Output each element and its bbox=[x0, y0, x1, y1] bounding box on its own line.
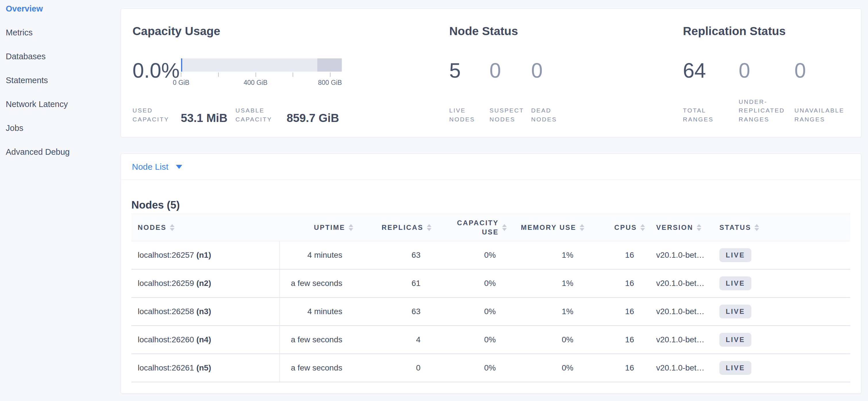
dead-nodes-label: DEAD NODES bbox=[531, 106, 566, 124]
node-list-dropdown-label: Node List bbox=[132, 162, 168, 172]
node-id: (n3) bbox=[196, 307, 211, 316]
node-address: localhost:26260 bbox=[138, 335, 194, 344]
node-address-cell: localhost:26257 (n1) bbox=[131, 241, 280, 269]
sidebar-item-metrics[interactable]: Metrics bbox=[6, 28, 121, 52]
version-cell: v20.1.0-bet… bbox=[640, 326, 714, 353]
column-header-replicas[interactable]: REPLICAS bbox=[348, 224, 426, 232]
sidebar-item-overview[interactable]: Overview bbox=[6, 4, 121, 28]
node-status-values: 5 0 0 bbox=[449, 60, 542, 81]
live-nodes-value: 5 bbox=[449, 60, 490, 81]
replicas-cell: 63 bbox=[348, 241, 426, 269]
node-status-labels: LIVE NODES SUSPECT NODES DEAD NODES bbox=[449, 106, 566, 124]
sidebar-item-advanced-debug[interactable]: Advanced Debug bbox=[6, 147, 121, 171]
replication-values: 64 0 0 bbox=[683, 60, 806, 81]
sidebar: Overview Metrics Databases Statements Ne… bbox=[0, 0, 121, 401]
uptime-cell: a few seconds bbox=[280, 354, 348, 382]
column-header-memory-use[interactable]: MEMORY USE bbox=[501, 224, 579, 232]
sidebar-item-jobs[interactable]: Jobs bbox=[6, 123, 121, 147]
node-status-title: Node Status bbox=[449, 24, 518, 38]
nodes-table: NODES UPTIME REPLICAS CAPACITY USE MEMOR… bbox=[131, 214, 850, 382]
under-replicated-ranges-value: 0 bbox=[739, 60, 795, 81]
node-address-cell: localhost:26259 (n2) bbox=[131, 269, 280, 297]
usable-capacity-label: USABLE CAPACITY bbox=[236, 106, 284, 124]
suspect-nodes-value: 0 bbox=[490, 60, 531, 81]
table-row-node-2: localhost:26259 (n2) a few seconds 61 0%… bbox=[131, 269, 850, 298]
cluster-overview-card: Capacity Usage 0.0% 0 GiB 400 GiB bbox=[121, 9, 861, 137]
axis-tick bbox=[218, 73, 219, 77]
node-list-dropdown[interactable]: Node List bbox=[132, 162, 182, 172]
node-status-section: Node Status 5 0 0 LIVE NODES SUSPECT NOD… bbox=[449, 9, 674, 137]
column-header-status[interactable]: STATUS bbox=[714, 224, 850, 232]
status-badge: LIVE bbox=[719, 277, 751, 290]
column-label: UPTIME bbox=[314, 224, 345, 232]
cpus-cell: 16 bbox=[579, 354, 640, 382]
status-cell: LIVE bbox=[714, 298, 850, 325]
node-address-cell: localhost:26261 (n5) bbox=[131, 354, 280, 382]
column-header-capacity-use[interactable]: CAPACITY USE bbox=[426, 218, 501, 237]
capacity-use-cell: 0% bbox=[426, 241, 501, 269]
cpus-cell: 16 bbox=[579, 269, 640, 297]
node-id: (n2) bbox=[196, 279, 211, 288]
column-label: NODES bbox=[138, 224, 166, 232]
chevron-down-icon bbox=[176, 165, 182, 169]
column-header-cpus[interactable]: CPUS bbox=[579, 224, 640, 232]
table-row-node-3: localhost:26258 (n3) 4 minutes 63 0% 1% … bbox=[131, 298, 850, 326]
capacity-axis-ticks bbox=[181, 73, 342, 78]
live-nodes-label: LIVE NODES bbox=[449, 106, 481, 124]
node-id: (n5) bbox=[196, 363, 211, 373]
column-header-version[interactable]: VERSION bbox=[640, 224, 714, 232]
capacity-bar-chart: 0 GiB 400 GiB 800 GiB bbox=[181, 58, 342, 87]
column-header-uptime[interactable]: UPTIME bbox=[280, 224, 348, 232]
node-address: localhost:26257 bbox=[138, 251, 194, 260]
sidebar-item-statements[interactable]: Statements bbox=[6, 76, 121, 99]
capacity-use-cell: 0% bbox=[426, 354, 501, 382]
sort-icon bbox=[697, 224, 701, 231]
status-badge: LIVE bbox=[719, 305, 751, 318]
replicas-cell: 0 bbox=[348, 354, 426, 382]
table-row-node-4: localhost:26260 (n4) a few seconds 4 0% … bbox=[131, 326, 850, 354]
column-label: VERSION bbox=[656, 224, 693, 232]
node-id: (n4) bbox=[196, 335, 211, 344]
status-cell: LIVE bbox=[714, 354, 850, 382]
column-header-nodes[interactable]: NODES bbox=[131, 224, 280, 232]
status-badge: LIVE bbox=[719, 248, 751, 262]
replication-status-title: Replication Status bbox=[683, 24, 786, 38]
status-cell: LIVE bbox=[714, 326, 850, 353]
sort-icon bbox=[170, 224, 175, 231]
replication-status-section: Replication Status 64 0 0 TOTAL RANGES U… bbox=[683, 9, 855, 137]
node-address-cell: localhost:26258 (n3) bbox=[131, 298, 280, 325]
node-id: (n1) bbox=[196, 251, 211, 260]
node-address: localhost:26261 bbox=[138, 363, 194, 373]
sidebar-item-databases[interactable]: Databases bbox=[6, 52, 121, 76]
node-list-card: Node List Nodes (5) NODES UPTIME REPLICA… bbox=[121, 153, 861, 394]
status-badge: LIVE bbox=[719, 333, 751, 347]
capacity-bar bbox=[181, 58, 342, 71]
axis-label-0gib: 0 GiB bbox=[173, 79, 189, 87]
replicas-cell: 61 bbox=[348, 269, 426, 297]
column-label: REPLICAS bbox=[382, 224, 423, 232]
axis-label-800gib: 800 GiB bbox=[318, 79, 342, 87]
used-capacity-label: USED CAPACITY bbox=[132, 106, 178, 124]
table-row-node-1: localhost:26257 (n1) 4 minutes 63 0% 1% … bbox=[131, 241, 850, 269]
replicas-cell: 63 bbox=[348, 298, 426, 325]
memory-use-cell: 1% bbox=[501, 298, 579, 325]
capacity-percent: 0.0% bbox=[132, 60, 181, 81]
column-label: CAPACITY USE bbox=[455, 218, 499, 237]
nodes-table-header: NODES UPTIME REPLICAS CAPACITY USE MEMOR… bbox=[131, 214, 850, 241]
capacity-bar-used-marker bbox=[181, 58, 182, 71]
status-cell: LIVE bbox=[714, 241, 850, 269]
sidebar-item-network-latency[interactable]: Network Latency bbox=[6, 99, 121, 123]
node-address: localhost:26258 bbox=[138, 307, 194, 316]
version-cell: v20.1.0-bet… bbox=[640, 298, 714, 325]
capacity-stats: USED CAPACITY 53.1 MiB USABLE CAPACITY 8… bbox=[132, 106, 339, 124]
axis-tick bbox=[292, 73, 293, 77]
capacity-axis-labels: 0 GiB 400 GiB 800 GiB bbox=[181, 79, 342, 87]
uptime-cell: 4 minutes bbox=[280, 241, 348, 269]
replicas-cell: 4 bbox=[348, 326, 426, 353]
sort-icon bbox=[754, 224, 759, 231]
status-cell: LIVE bbox=[714, 269, 850, 297]
capacity-metric-row: 0.0% 0 GiB 400 GiB 800 GiB bbox=[132, 60, 342, 87]
memory-use-cell: 1% bbox=[501, 241, 579, 269]
cpus-cell: 16 bbox=[579, 241, 640, 269]
capacity-use-cell: 0% bbox=[426, 326, 501, 353]
